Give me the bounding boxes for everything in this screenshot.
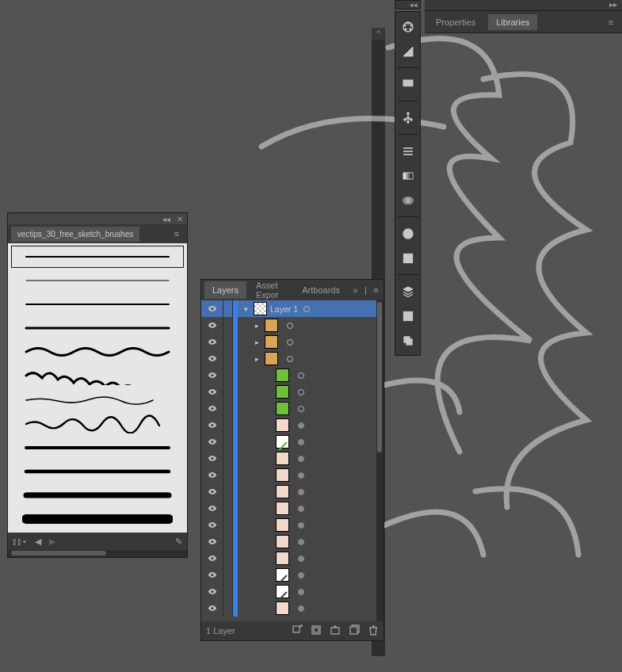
brush-swatch[interactable]	[12, 461, 183, 482]
visibility-toggle[interactable]	[201, 517, 223, 533]
target-icon[interactable]	[292, 472, 310, 479]
brush-swatch[interactable]	[12, 270, 183, 291]
tab-properties[interactable]: Properties	[428, 14, 483, 30]
sublayer-row[interactable]: ▸	[201, 317, 384, 334]
lock-column[interactable]	[223, 467, 233, 483]
visibility-toggle[interactable]	[201, 317, 223, 334]
target-icon[interactable]	[281, 339, 299, 346]
visibility-toggle[interactable]	[201, 300, 223, 317]
lock-column[interactable]	[223, 317, 233, 334]
delete-layer-icon[interactable]	[368, 624, 379, 637]
brush-swatch[interactable]	[12, 389, 183, 410]
collapse-icon[interactable]: ◂◂	[162, 215, 170, 223]
lock-column[interactable]	[223, 517, 233, 533]
target-icon[interactable]	[292, 439, 310, 445]
visibility-toggle[interactable]	[201, 433, 223, 450]
visibility-toggle[interactable]	[201, 567, 223, 583]
sublayer-row[interactable]: ▸	[201, 350, 384, 367]
lock-column[interactable]	[223, 500, 233, 517]
layers-menu-icon[interactable]: ≡	[372, 285, 380, 295]
target-icon[interactable]	[292, 422, 310, 429]
lock-column[interactable]	[223, 300, 233, 317]
visibility-toggle[interactable]	[201, 467, 223, 483]
right-dock-collapse[interactable]: ▸▸	[425, 0, 622, 11]
sublayer-row[interactable]	[201, 533, 384, 550]
lock-column[interactable]	[223, 600, 233, 617]
tab-artboards[interactable]: Artboards	[294, 281, 348, 299]
sublayer-row[interactable]	[201, 367, 384, 384]
target-icon[interactable]	[292, 522, 310, 529]
tab-layers[interactable]: Layers	[204, 281, 246, 299]
target-icon[interactable]	[298, 306, 315, 312]
visibility-toggle[interactable]	[201, 350, 223, 367]
asset-export-icon[interactable]	[396, 304, 419, 327]
sublayer-row[interactable]	[201, 567, 384, 583]
color-panel-icon[interactable]	[396, 15, 419, 38]
symbols-icon[interactable]	[396, 106, 419, 129]
brushes-menu-icon[interactable]: ≡	[170, 229, 184, 239]
layer-row[interactable]: ▾Layer 1	[201, 300, 384, 317]
target-icon[interactable]	[292, 605, 310, 612]
visibility-toggle[interactable]	[201, 367, 223, 384]
stroke-icon[interactable]	[396, 139, 419, 162]
visibility-toggle[interactable]	[201, 533, 223, 550]
sublayer-row[interactable]	[201, 600, 384, 617]
brushes-titlebar[interactable]: ◂◂ ✕	[8, 213, 187, 224]
scroll-up-icon[interactable]: ^	[372, 28, 385, 40]
artboards-icon[interactable]	[396, 329, 419, 352]
appearance-icon[interactable]	[396, 222, 419, 245]
target-icon[interactable]	[281, 356, 299, 362]
target-icon[interactable]	[292, 456, 310, 462]
visibility-toggle[interactable]	[201, 417, 223, 433]
new-layer-icon[interactable]	[349, 624, 360, 637]
sublayer-row[interactable]	[201, 384, 384, 400]
new-sublayer-icon[interactable]	[330, 624, 341, 637]
visibility-toggle[interactable]	[201, 600, 223, 617]
brushes-tab[interactable]: vectips_30_free_sketch_brushes	[11, 227, 139, 242]
sublayer-row[interactable]	[201, 483, 384, 500]
lock-column[interactable]	[223, 400, 233, 417]
sublayer-row[interactable]	[201, 583, 384, 600]
disclosure-right-icon[interactable]: ▸	[252, 322, 261, 330]
lock-column[interactable]	[223, 384, 233, 400]
target-icon[interactable]	[292, 539, 310, 545]
transparency-icon[interactable]	[396, 189, 419, 212]
sublayer-row[interactable]	[201, 467, 384, 483]
locate-object-icon[interactable]	[292, 624, 303, 637]
prev-brush-icon[interactable]: ◀	[35, 536, 41, 547]
visibility-toggle[interactable]	[201, 500, 223, 517]
lock-column[interactable]	[223, 367, 233, 384]
lock-column[interactable]	[223, 450, 233, 467]
tab-libraries[interactable]: Libraries	[488, 14, 537, 30]
sublayer-row[interactable]	[201, 433, 384, 450]
target-icon[interactable]	[292, 589, 310, 595]
close-icon[interactable]: ✕	[177, 215, 183, 223]
brushes-hscroll[interactable]	[8, 550, 187, 557]
visibility-toggle[interactable]	[201, 550, 223, 567]
sublayer-row[interactable]	[201, 550, 384, 567]
sublayer-row[interactable]	[201, 500, 384, 517]
toolstrip-collapse[interactable]: ◂◂	[395, 0, 421, 10]
visibility-toggle[interactable]	[201, 334, 223, 350]
brush-swatch[interactable]	[12, 342, 183, 362]
graphic-styles-icon[interactable]	[396, 246, 419, 269]
target-icon[interactable]	[292, 572, 310, 578]
layers-list[interactable]: ▾Layer 1▸▸▸	[201, 300, 384, 621]
target-icon[interactable]	[281, 323, 299, 329]
gradient-icon[interactable]	[396, 164, 419, 187]
target-icon[interactable]	[292, 406, 310, 412]
lock-column[interactable]	[223, 550, 233, 567]
disclosure-right-icon[interactable]: ▸	[252, 355, 261, 363]
libraries-menu-icon[interactable]: ⫿⫿◂	[13, 536, 27, 546]
brush-swatch[interactable]	[12, 246, 183, 267]
lock-column[interactable]	[223, 417, 233, 433]
swatches-icon[interactable]	[396, 73, 419, 96]
sublayer-row[interactable]: ▸	[201, 334, 384, 350]
lock-column[interactable]	[223, 433, 233, 450]
lock-column[interactable]	[223, 583, 233, 600]
lock-column[interactable]	[223, 350, 233, 367]
lock-column[interactable]	[223, 483, 233, 500]
layer-name[interactable]: Layer 1	[270, 304, 298, 314]
tab-asset-export[interactable]: Asset Expor	[248, 277, 292, 304]
brush-list[interactable]	[8, 243, 187, 533]
